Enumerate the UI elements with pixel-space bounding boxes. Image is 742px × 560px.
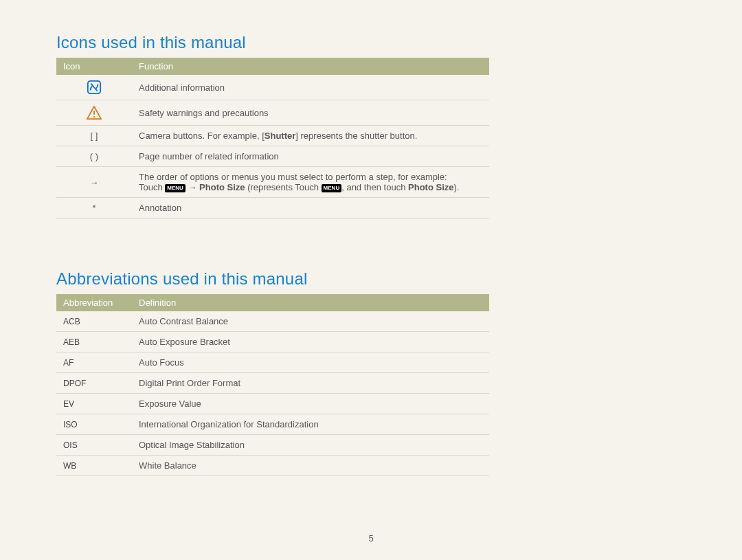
table-row: Additional information <box>56 75 489 100</box>
brackets-symbol: [ ] <box>56 126 132 146</box>
arrow-l2-d: , and then touch <box>341 182 408 192</box>
star-symbol: * <box>56 198 132 219</box>
abbr-th-abbr: Abbreviation <box>56 294 132 311</box>
def-cell: Exposure Value <box>132 394 489 414</box>
arrow-l2-e: ). <box>453 182 459 192</box>
def-cell: Auto Contrast Balance <box>132 311 489 332</box>
def-cell: Auto Focus <box>132 352 489 373</box>
abbr-cell: ISO <box>56 414 132 435</box>
arrow-desc-line2: Touch MENU → Photo Size (represents Touc… <box>139 182 482 192</box>
table-row: ACB Auto Contrast Balance <box>56 311 489 332</box>
def-cell: White Balance <box>132 456 489 476</box>
table-row: Safety warnings and precautions <box>56 100 489 126</box>
table-row: ( ) Page number of related information <box>56 146 489 167</box>
abbr-cell: OIS <box>56 435 132 456</box>
table-row: ISO International Organization for Stand… <box>56 414 489 435</box>
parens-desc: Page number of related information <box>132 146 489 167</box>
table-row: EV Exposure Value <box>56 394 489 414</box>
parens-symbol: ( ) <box>56 146 132 167</box>
icons-th-function: Function <box>132 58 489 75</box>
icons-th-icon: Icon <box>56 58 132 75</box>
brackets-desc: Camera buttons. For example, [Shutter] r… <box>132 126 489 146</box>
abbr-th-def: Definition <box>132 294 489 311</box>
arrow-l2-a: Touch <box>139 182 165 192</box>
brackets-desc-bold: Shutter <box>265 131 296 141</box>
brackets-desc-post: ] represents the shutter button. <box>295 131 417 141</box>
manual-page: Icons used in this manual Icon Function <box>0 0 742 560</box>
def-cell: Auto Exposure Bracket <box>132 332 489 352</box>
page-number: 5 <box>0 533 742 544</box>
svg-point-3 <box>93 116 95 117</box>
note-desc: Additional information <box>132 75 489 100</box>
arrow-symbol: → <box>56 167 132 198</box>
abbr-cell: DPOF <box>56 373 132 394</box>
def-cell: Digital Print Order Format <box>132 373 489 394</box>
arrow-desc: The order of options or menus you must s… <box>132 167 489 198</box>
heading-abbr: Abbreviations used in this manual <box>56 269 686 289</box>
table-row: DPOF Digital Print Order Format <box>56 373 489 394</box>
table-row: * Annotation <box>56 198 489 219</box>
abbr-cell: EV <box>56 394 132 414</box>
abbr-table: Abbreviation Definition ACB Auto Contras… <box>56 294 489 476</box>
menu-icon: MENU <box>322 184 342 192</box>
arrow-l2-c: (represents Touch <box>245 182 322 192</box>
table-row: OIS Optical Image Stabilization <box>56 435 489 456</box>
def-cell: Optical Image Stabilization <box>132 435 489 456</box>
icons-table: Icon Function Additional informati <box>56 58 489 219</box>
table-row: WB White Balance <box>56 456 489 476</box>
table-row: → The order of options or menus you must… <box>56 167 489 198</box>
note-icon <box>87 80 102 95</box>
abbr-cell: ACB <box>56 311 132 332</box>
abbr-cell: AF <box>56 352 132 373</box>
arrow-desc-line1: The order of options or menus you must s… <box>139 172 482 182</box>
menu-icon: MENU <box>165 184 186 192</box>
brackets-desc-pre: Camera buttons. For example, [ <box>139 131 265 141</box>
heading-icons: Icons used in this manual <box>56 33 686 52</box>
warning-icon <box>86 105 102 120</box>
note-icon-cell <box>56 75 132 100</box>
star-desc: Annotation <box>132 198 489 219</box>
arrow-l2-bold1: Photo Size <box>199 182 245 192</box>
table-row: AF Auto Focus <box>56 352 489 373</box>
table-row: [ ] Camera buttons. For example, [Shutte… <box>56 126 489 146</box>
def-cell: International Organization for Standardi… <box>132 414 489 435</box>
warning-desc: Safety warnings and precautions <box>132 100 489 126</box>
arrow-l2-bold2: Photo Size <box>408 182 453 192</box>
arrow-l2-b: → <box>186 182 199 192</box>
abbr-cell: AEB <box>56 332 132 352</box>
abbr-cell: WB <box>56 456 132 476</box>
table-row: AEB Auto Exposure Bracket <box>56 332 489 352</box>
warning-icon-cell <box>56 100 132 126</box>
